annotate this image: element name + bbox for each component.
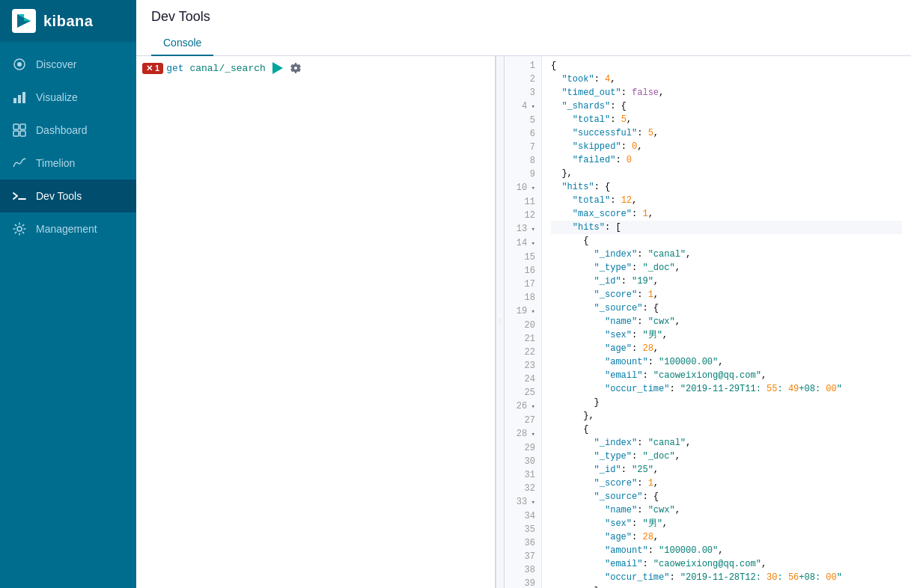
sidebar-item-discover[interactable]: Discover	[0, 48, 136, 81]
sidebar-item-devtools[interactable]: Dev Tools	[0, 180, 136, 212]
svg-rect-7	[13, 124, 19, 129]
kibana-logo-icon	[12, 9, 36, 33]
dev-tools-header: Dev Tools Console	[136, 0, 911, 56]
discover-icon	[12, 57, 27, 72]
response-pane: 1234 ▾5678910 ▾111213 ▾14 ▾1516171819 ▾2…	[505, 56, 911, 588]
sidebar: kibana Discover Visualize	[0, 0, 136, 588]
svg-rect-8	[20, 124, 25, 129]
main-area: Dev Tools Console ✕ 1 get canal/_search	[136, 0, 911, 588]
kibana-wordmark: kibana	[43, 13, 93, 30]
response-line-numbers: 1234 ▾5678910 ▾111213 ▾14 ▾1516171819 ▾2…	[505, 56, 542, 588]
sidebar-item-visualize-label: Visualize	[36, 91, 78, 103]
sidebar-item-discover-label: Discover	[36, 58, 76, 70]
svg-marker-13	[272, 62, 283, 74]
svg-rect-10	[20, 131, 25, 136]
svg-rect-6	[22, 92, 25, 103]
error-badge: ✕ 1	[142, 63, 163, 74]
tabs: Console	[151, 31, 896, 55]
svg-point-3	[17, 62, 22, 67]
query-line: ✕ 1 get canal/_search	[136, 56, 495, 80]
sidebar-item-timelion[interactable]: Timelion	[0, 147, 136, 180]
query-path: canal/_search	[189, 63, 265, 74]
sidebar-item-dashboard-label: Dashboard	[36, 124, 88, 136]
page-title: Dev Tools	[151, 9, 896, 25]
logo-area: kibana	[0, 0, 136, 42]
editor-pane: ✕ 1 get canal/_search	[136, 56, 496, 588]
management-icon	[12, 221, 27, 236]
sidebar-nav: Discover Visualize Dashbo	[0, 42, 136, 245]
settings-button[interactable]	[287, 59, 305, 77]
svg-rect-9	[13, 131, 19, 136]
devtools-icon	[12, 189, 27, 203]
svg-rect-5	[18, 95, 21, 103]
dashboard-icon	[12, 123, 27, 138]
tab-console[interactable]: Console	[151, 31, 213, 56]
response-code: { "took": 4, "timed_out": false, "_shard…	[542, 56, 911, 588]
sidebar-item-visualize[interactable]: Visualize	[0, 81, 136, 114]
console-area: ✕ 1 get canal/_search ⋮	[136, 56, 911, 588]
sidebar-item-timelion-label: Timelion	[36, 157, 75, 169]
sidebar-item-management[interactable]: Management	[0, 212, 136, 245]
sidebar-item-devtools-label: Dev Tools	[36, 190, 82, 202]
sidebar-item-management-label: Management	[36, 223, 97, 235]
timelion-icon	[12, 156, 27, 171]
visualize-icon	[12, 90, 27, 105]
sidebar-item-dashboard[interactable]: Dashboard	[0, 114, 136, 147]
drag-handle[interactable]: ⋮	[496, 56, 505, 588]
run-button[interactable]	[269, 59, 287, 77]
query-method: get	[166, 63, 183, 74]
query-text[interactable]: get canal/_search	[166, 63, 266, 74]
svg-point-12	[17, 227, 22, 231]
svg-rect-4	[13, 98, 16, 103]
response-content: 1234 ▾5678910 ▾111213 ▾14 ▾1516171819 ▾2…	[505, 56, 911, 588]
